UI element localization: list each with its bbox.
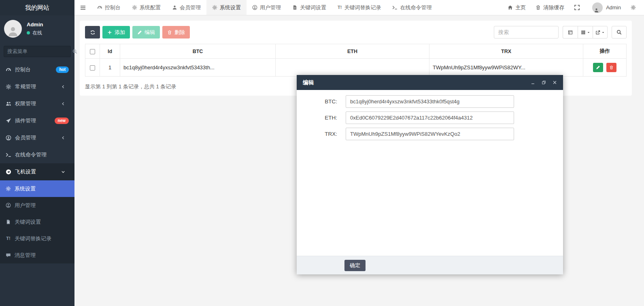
tab-dashboard[interactable]: 控制台	[91, 0, 126, 15]
sidebar-subitem-user-management[interactable]: 用户管理	[0, 197, 74, 214]
brand-title: 我的网站	[0, 0, 74, 15]
gear-icon	[212, 5, 217, 10]
view-button-group	[563, 26, 608, 39]
user-icon	[594, 8, 599, 13]
row-checkbox[interactable]	[90, 65, 95, 71]
close-icon	[553, 80, 557, 85]
user-circle-icon	[252, 5, 257, 10]
home-label: 主页	[515, 4, 526, 11]
edit-button[interactable]: 编辑	[132, 26, 160, 39]
maximize-icon	[542, 80, 546, 85]
sidebar-item-label: 常规管理	[15, 83, 61, 90]
sidebar-search-input[interactable]	[7, 49, 72, 54]
new-badge: new	[55, 118, 69, 124]
sidebar-item-label: 控制台	[15, 66, 56, 73]
top-navbar: 控制台 系统配置 会员管理 系统设置 用户管理 关键词设置 T!关键词替换记录 …	[74, 0, 644, 15]
user-icon	[172, 5, 177, 10]
row-delete-button[interactable]	[606, 63, 616, 72]
caret-down-icon	[601, 31, 605, 34]
trash-icon	[167, 30, 172, 35]
refresh-button[interactable]	[85, 26, 100, 39]
sidebar-item-general[interactable]: 常规管理	[0, 78, 74, 95]
clear-cache-link[interactable]: 清除缓存	[536, 4, 564, 11]
sidebar-toggle-button[interactable]	[74, 0, 91, 15]
sidebar-item-addon[interactable]: 插件管理 new	[0, 112, 74, 129]
navbar-right: 主页 清除缓存 Admin	[498, 0, 644, 15]
refresh-icon	[90, 30, 95, 35]
tab-label: 会员管理	[180, 4, 201, 11]
edit-dialog: 编辑 BTC: ETH:	[297, 75, 563, 274]
menu-icon	[80, 4, 86, 11]
select-all-checkbox[interactable]	[90, 49, 95, 54]
column-header-trx[interactable]: TRX	[429, 44, 583, 59]
sidebar-subitem-label: 用户管理	[15, 202, 36, 209]
add-button[interactable]: 添加	[102, 26, 130, 39]
toggle-view-button[interactable]	[563, 26, 578, 39]
user-name: Admin	[27, 21, 43, 28]
tab-online-command[interactable]: 在线命令管理	[387, 0, 437, 15]
tab-label: 关键词替换记录	[344, 4, 381, 11]
sidebar-item-label: 在线命令管理	[15, 151, 69, 158]
terminal-icon	[392, 5, 397, 10]
export-button[interactable]	[593, 26, 608, 39]
home-link[interactable]: 主页	[508, 4, 526, 11]
cell-id: 1	[100, 59, 120, 77]
eth-field[interactable]	[346, 111, 514, 124]
confirm-button[interactable]: 确定	[344, 260, 366, 271]
settings-menu-button[interactable]	[631, 5, 638, 10]
sidebar-item-command[interactable]: 在线命令管理	[0, 146, 74, 163]
tab-label: 系统设置	[220, 4, 241, 11]
row-edit-button[interactable]	[593, 63, 603, 72]
sidebar-subitem-keyword-settings[interactable]: 关键词设置	[0, 214, 74, 230]
hot-badge: hot	[56, 66, 69, 73]
text-replace-icon: T!	[6, 236, 11, 241]
grid-icon	[581, 30, 586, 35]
column-header-id[interactable]: Id	[100, 44, 120, 59]
sidebar-subitem-system-settings[interactable]: 系统设置	[0, 180, 74, 197]
nav-tabs: 控制台 系统配置 会员管理 系统设置 用户管理 关键词设置 T!关键词替换记录 …	[91, 0, 437, 15]
table-row[interactable]: 1 bc1q8yj0herd4r4yxszw3nkfvt53433th... T…	[85, 59, 627, 77]
sidebar-item-dashboard[interactable]: 控制台 hot	[0, 61, 74, 78]
table-search-input[interactable]	[494, 26, 559, 39]
sidebar-subitem-keyword-replace-log[interactable]: T! 关键词替换记录	[0, 230, 74, 247]
edit-label: 编辑	[145, 29, 155, 36]
btc-field[interactable]	[346, 95, 514, 108]
dialog-footer: 确定	[297, 256, 563, 274]
tab-label: 关键词设置	[300, 4, 326, 11]
content-area: 添加 编辑 删除	[74, 15, 644, 306]
toolbar: 添加 编辑 删除	[85, 26, 627, 39]
sidebar-subitem-message-management[interactable]: 消息管理	[0, 247, 74, 263]
sidebar-subitem-label: 系统设置	[15, 185, 36, 193]
search-button[interactable]	[612, 26, 627, 39]
tab-user-management[interactable]: 用户管理	[247, 0, 287, 15]
column-header-btc[interactable]: BTC	[120, 44, 276, 59]
sidebar-item-auth[interactable]: 权限管理	[0, 95, 74, 112]
plus-icon	[107, 30, 112, 35]
tab-member-management[interactable]: 会员管理	[166, 0, 206, 15]
tab-keyword-settings[interactable]: 关键词设置	[287, 0, 332, 15]
tab-keyword-replace-log[interactable]: T!关键词替换记录	[332, 0, 387, 15]
close-button[interactable]	[553, 80, 557, 85]
tab-system-settings[interactable]: 系统设置	[206, 0, 247, 15]
add-label: 添加	[115, 29, 125, 36]
trx-field[interactable]	[346, 128, 514, 140]
caret-down-icon	[587, 31, 590, 34]
columns-button[interactable]	[578, 26, 593, 39]
pencil-icon	[596, 65, 600, 70]
minimize-button[interactable]	[531, 80, 535, 85]
sidebar: 我的网站 Admin 在线 控制台 hot 常规管理	[0, 0, 74, 306]
card-icon	[568, 30, 573, 35]
user-status-label: 在线	[32, 30, 42, 36]
column-header-ops: 操作	[583, 44, 627, 59]
sidebar-item-member[interactable]: 会员管理	[0, 129, 74, 146]
comment-icon	[6, 253, 11, 258]
fullscreen-button[interactable]	[574, 4, 582, 11]
chevron-down-icon	[61, 170, 65, 174]
delete-button[interactable]: 删除	[162, 26, 190, 39]
column-header-eth[interactable]: ETH	[276, 44, 429, 59]
user-menu[interactable]: Admin	[592, 2, 621, 13]
dialog-titlebar[interactable]: 编辑	[297, 75, 563, 90]
tab-system-config[interactable]: 系统配置	[126, 0, 166, 15]
maximize-button[interactable]	[542, 80, 546, 85]
sidebar-item-telegram-settings[interactable]: 飞机设置	[0, 163, 74, 180]
